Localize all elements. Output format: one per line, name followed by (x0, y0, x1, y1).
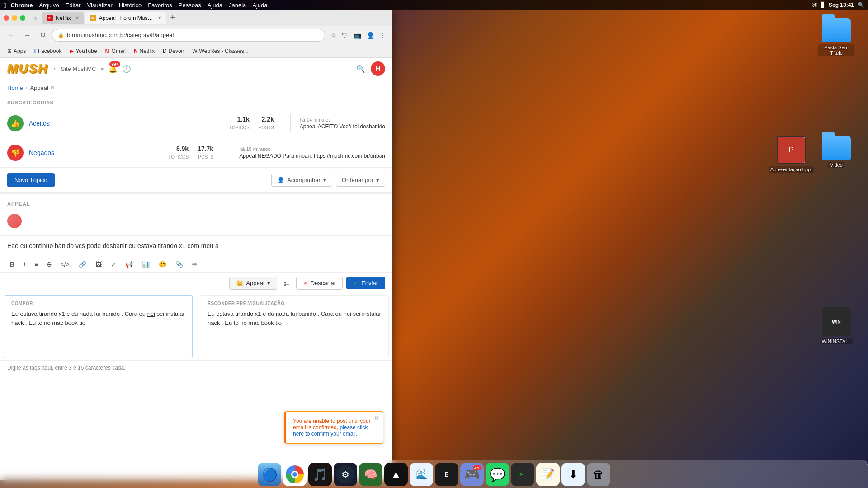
negados-last-time[interactable]: há 15 minutos (239, 146, 385, 152)
menubar-pessoas[interactable]: Pessoas (179, 2, 201, 9)
compose-header-text: Eae eu continuo banido vcs pode desbanir… (7, 239, 385, 252)
menubar-ajuda2[interactable]: Ajuda (252, 2, 267, 9)
traffic-light-minimize[interactable] (12, 15, 17, 21)
reload-btn[interactable]: ↻ (37, 29, 48, 41)
netflix-bm-icon: N (134, 48, 138, 54)
discard-button[interactable]: ✕ Descartar (296, 277, 343, 290)
bookmark-apps[interactable]: ⊞ Apps (4, 47, 29, 56)
link-btn[interactable]: 🔗 (76, 259, 89, 270)
bold-btn[interactable]: B (7, 259, 17, 270)
aceitos-topics-label: TÓPICOS (229, 125, 250, 130)
tab-forum-close[interactable]: ✕ (158, 15, 161, 20)
forward-btn[interactable]: → (21, 29, 33, 41)
bookmark-facebook[interactable]: f Facebook (30, 46, 65, 56)
menubar-arquivo[interactable]: Arquivo (39, 2, 59, 9)
traffic-light-fullscreen[interactable] (20, 15, 25, 21)
notification-bell[interactable]: 🔔 99+ (107, 62, 119, 75)
strikethrough-btn[interactable]: S (44, 259, 54, 270)
dock-item-mercury[interactable]: 🌊 (410, 463, 433, 486)
aceitos-name-link[interactable]: Aceitos (29, 120, 224, 127)
desktop-wininstall[interactable]: WIN WININSTALL (818, 307, 854, 344)
apple-menu[interactable]:  (4, 1, 6, 9)
follow-icon: 👤 (277, 177, 284, 183)
new-topic-button[interactable]: Novo Tópico (7, 173, 55, 187)
breadcrumb-home-link[interactable]: Home (7, 84, 23, 91)
appeal-category-button[interactable]: 👑 Appeal ▾ (229, 277, 277, 290)
bookmarks-bar: ⊞ Apps f Facebook ▶ YouTube M Gmail N Ne… (0, 44, 392, 58)
site-mushmc-link[interactable]: Site MushMC (61, 66, 96, 72)
dock-item-trash[interactable]: 🗑 (587, 463, 610, 486)
header-search-icon[interactable]: 🔍 (356, 65, 365, 73)
traffic-light-close[interactable] (4, 15, 9, 21)
dock-item-mind[interactable]: 🧠 (359, 463, 382, 486)
desktop-ppt[interactable]: P Apresentação1.ppt (773, 136, 809, 173)
menubar-ajuda[interactable]: Ajuda (208, 2, 222, 9)
announce-btn[interactable]: 📢 (123, 259, 136, 270)
code-btn[interactable]: </> (58, 259, 72, 270)
bookmark-youtube[interactable]: ▶ YouTube (66, 47, 100, 56)
tab-netflix[interactable]: N Netflix ✕ (42, 12, 83, 24)
follow-button[interactable]: 👤 Acompanhar ▾ (271, 174, 332, 187)
user-avatar[interactable]: H (371, 61, 385, 76)
dock-item-discord[interactable]: 🎮 476 (460, 463, 484, 486)
dock-item-chrome[interactable] (283, 463, 307, 486)
list-btn[interactable]: ≡ (32, 259, 41, 270)
profile-btn[interactable]: 👤 (365, 30, 376, 41)
menubar-chrome[interactable]: Chrome (10, 2, 33, 9)
alert-close-btn[interactable]: ✕ (374, 414, 379, 422)
bookmark-gmail[interactable]: M Gmail (102, 47, 129, 56)
dock-item-epic[interactable]: E (435, 463, 458, 486)
dock-item-whatsapp[interactable]: 💬 (486, 463, 509, 486)
negados-topics-label: TÓPICOS (168, 155, 189, 160)
compose-area: Eae eu continuo banido vcs pode desbanir… (0, 235, 392, 256)
dock-item-exec[interactable]: >_ (511, 463, 534, 486)
italic-btn[interactable]: I (21, 259, 28, 270)
alert-confirm-link[interactable]: please click here to confirm your email. (293, 424, 368, 437)
dock-item-spotify[interactable]: 🎵 (308, 463, 332, 486)
negados-stats: 8.9k TÓPICOS 17.7k POSTS (168, 145, 213, 160)
bookmark-webres[interactable]: W WebRes - Classes... (189, 47, 252, 56)
breadcrumb-current-text: Appeal (30, 84, 48, 91)
desktop-folder-pasta[interactable]: Pasta Sem Título (818, 18, 854, 56)
action-bar: 👑 Appeal ▾ 🏷 ✕ Descartar ✓ Enviar (0, 273, 392, 293)
tab-forum[interactable]: M Appeal | Fórum MushMC ✕ (85, 12, 166, 24)
send-button[interactable]: ✓ Enviar (346, 277, 385, 289)
dock-item-finder[interactable]: 🔵 (258, 463, 281, 486)
menu-btn[interactable]: ⋮ (378, 30, 388, 41)
negados-topics-stat: 8.9k TÓPICOS (168, 145, 189, 160)
back-btn[interactable]: ← (5, 29, 17, 41)
menubar-historico[interactable]: Histórico (119, 2, 142, 9)
menubar-right: ⌘ ▊ Seg 13:41 🔍 (812, 2, 864, 8)
prev-tab-btn[interactable]: ‹ (32, 12, 39, 24)
menubar-favoritos[interactable]: Favoritos (148, 2, 172, 9)
tags-tool-btn[interactable]: 🏷 (281, 278, 292, 289)
cast-btn[interactable]: 📺 (352, 30, 363, 41)
negados-name-link[interactable]: Negados (29, 149, 163, 156)
dock-item-notes[interactable]: 📝 (536, 463, 560, 486)
bookmark-devoir[interactable]: D Devoir (159, 47, 188, 56)
order-button[interactable]: Ordenar por ▾ (336, 174, 385, 187)
aceitos-last-time[interactable]: há 14 minutos (300, 117, 385, 122)
image-btn[interactable]: 🖼 (93, 259, 104, 270)
dock-item-downloads[interactable]: ⬇ (561, 463, 585, 486)
star-btn[interactable]: ☆ (329, 30, 338, 41)
expand-btn[interactable]: ⤢ (108, 259, 119, 270)
pen-btn[interactable]: ✏ (189, 259, 200, 270)
tab-netflix-close[interactable]: ✕ (75, 15, 79, 20)
menubar-search-icon[interactable]: 🔍 (858, 2, 864, 8)
chart-btn[interactable]: 📊 (139, 259, 152, 270)
emoji-btn[interactable]: 😊 (156, 259, 169, 270)
devoir-icon: D (163, 48, 167, 54)
address-bar[interactable]: 🔒 forum.mushmc.com.br/category/8/appeal (52, 29, 325, 42)
menubar-janela[interactable]: Janela (229, 2, 246, 9)
new-tab-btn[interactable]: + (168, 13, 178, 23)
dock-item-topnotch[interactable]: ▲ (384, 463, 408, 486)
desktop-folder-video[interactable]: Video (818, 136, 854, 168)
compose-pane-left[interactable]: COMPOR Eu estava tirando x1 e du nada fu… (4, 295, 193, 358)
menubar-editar[interactable]: Editar (66, 2, 81, 9)
attachment-btn[interactable]: 📎 (173, 259, 186, 270)
dock-item-steam[interactable]: ⚙ (334, 463, 357, 486)
menubar-visualizar[interactable]: Visualizar (87, 2, 113, 9)
shield-btn[interactable]: 🛡 (340, 30, 350, 41)
bookmark-netflix[interactable]: N Netflix (130, 47, 158, 56)
